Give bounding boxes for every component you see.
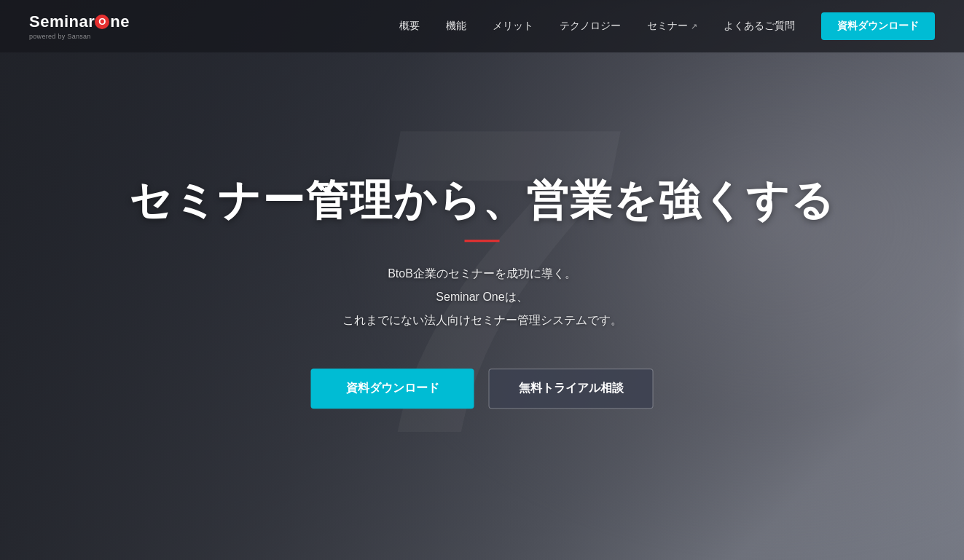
nav-technology[interactable]: テクノロジー: [560, 20, 621, 33]
logo-o-circle: O: [95, 15, 109, 29]
hero-divider: [465, 240, 500, 242]
external-link-icon: ↗: [691, 22, 697, 31]
nav-merits[interactable]: メリット: [493, 20, 533, 33]
nav-links: 概要 機能 メリット テクノロジー セミナー ↗ よくあるご質問 資料ダウンロー…: [399, 12, 935, 40]
nav-download-button[interactable]: 資料ダウンロード: [821, 12, 935, 40]
nav-faq[interactable]: よくあるご質問: [724, 20, 795, 33]
nav-overview[interactable]: 概要: [399, 20, 420, 33]
hero-subtitle: BtoB企業のセミナーを成功に導く。 Seminar Oneは、 これまでにない…: [0, 262, 964, 332]
logo-text: Seminar One: [29, 12, 130, 31]
hero-download-button[interactable]: 資料ダウンロード: [311, 368, 474, 409]
hero-subtitle-line2: Seminar Oneは、: [0, 285, 964, 309]
hero-buttons: 資料ダウンロード 無料トライアル相談: [0, 368, 964, 409]
logo: Seminar One powered by Sansan: [29, 12, 130, 40]
logo-seminar: Seminar: [29, 12, 95, 31]
nav-seminar[interactable]: セミナー ↗: [647, 20, 697, 33]
hero-subtitle-line3: これまでにない法人向けセミナー管理システムです。: [0, 309, 964, 332]
hero-trial-button[interactable]: 無料トライアル相談: [489, 368, 654, 409]
nav-seminar-label: セミナー: [647, 20, 688, 33]
hero-subtitle-line1: BtoB企業のセミナーを成功に導く。: [0, 262, 964, 285]
navbar: Seminar One powered by Sansan 概要 機能 メリット…: [0, 0, 964, 52]
hero-content: セミナー管理から、営業を強くする BtoB企業のセミナーを成功に導く。 Semi…: [0, 175, 964, 409]
hero-title: セミナー管理から、営業を強くする: [0, 175, 964, 226]
logo-powered-by: powered by Sansan: [29, 33, 91, 40]
hero-section: 7 Seminar One powered by Sansan 概要 機能 メリ…: [0, 0, 964, 560]
nav-features[interactable]: 機能: [446, 20, 466, 33]
logo-ne: ne: [110, 12, 130, 31]
